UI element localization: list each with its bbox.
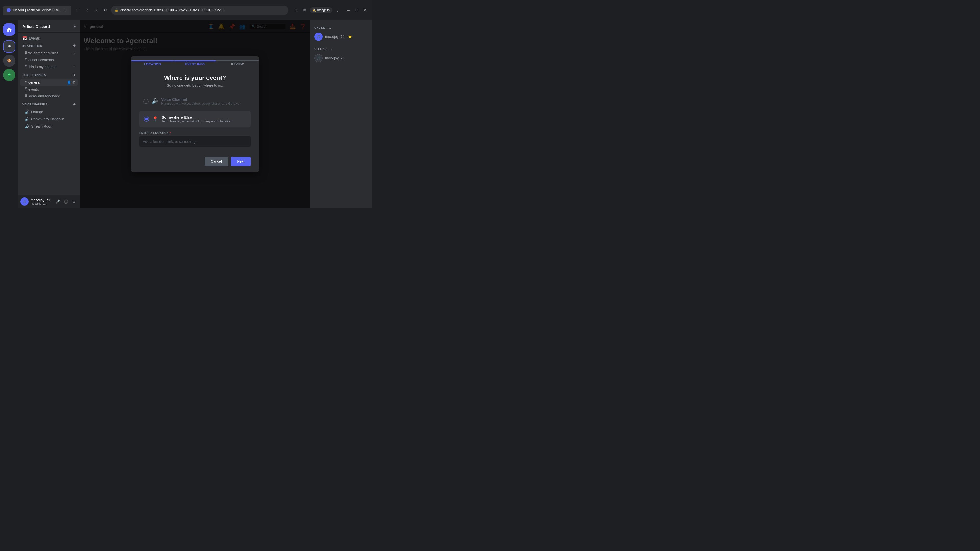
user-panel-actions: 🎤 🎧 ⚙: [54, 198, 78, 205]
cancel-button[interactable]: Cancel: [205, 157, 228, 166]
somewhere-else-label: Somewhere Else: [162, 115, 246, 119]
next-button[interactable]: Next: [231, 157, 251, 166]
channel-stream-room[interactable]: 🔊 Stream Room: [21, 123, 78, 130]
channel-name: this-is-my-channel: [28, 65, 57, 69]
microphone-button[interactable]: 🎤: [54, 198, 61, 205]
hash-icon: #: [24, 65, 27, 69]
member-item-moodjoy-offline[interactable]: 🎵 moodjoy_71: [312, 53, 369, 63]
channel-name: welcome-and-rules: [28, 51, 59, 55]
user-avatar: 🎵: [21, 197, 29, 206]
member-avatar-offline: 🎵: [314, 54, 323, 62]
server-icon-2[interactable]: 🎨: [3, 55, 15, 67]
speaker-option-icon: 🔊: [151, 98, 158, 104]
category-voice-channels-header[interactable]: VOICE CHANNELS +: [18, 100, 80, 108]
minimize-button[interactable]: —: [345, 6, 352, 14]
channel-arrow-icon: →: [73, 51, 76, 55]
offline-members-label: OFFLINE — 1: [312, 46, 369, 52]
events-label: Events: [29, 36, 40, 40]
server-icon-add[interactable]: +: [3, 69, 15, 81]
location-input[interactable]: [139, 137, 251, 147]
somewhere-else-text: Somewhere Else Text channel, external li…: [162, 115, 246, 123]
create-event-modal: Location Event Info Review Where is your…: [131, 56, 259, 172]
tab-title: Discord | #general | Artists Disc...: [13, 8, 62, 12]
modal-subtitle: So no one gets lost on where to go.: [139, 83, 251, 87]
browser-tab[interactable]: Discord | #general | Artists Disc... ×: [3, 6, 71, 15]
location-field-label: ENTER A LOCATION *: [139, 131, 251, 135]
avatar-initials: 🎵: [23, 200, 26, 203]
server-icon-artists-discord[interactable]: AD: [3, 40, 15, 52]
back-button[interactable]: ‹: [83, 6, 91, 14]
modal-footer: Cancel Next: [131, 153, 259, 172]
voice-channel-radio[interactable]: [143, 99, 148, 104]
members-icon[interactable]: 👤: [67, 80, 71, 84]
step-location[interactable]: Location: [131, 56, 174, 68]
somewhere-else-radio[interactable]: [144, 117, 149, 122]
category-text-channels: TEXT CHANNELS + # general 👤 ⚙ # events: [18, 71, 80, 100]
forward-button[interactable]: ›: [93, 6, 100, 14]
channel-general[interactable]: # general 👤 ⚙: [21, 79, 78, 86]
user-info: moodjoy_71 moodjoy_c...: [30, 198, 52, 205]
user-panel: 🎵 moodjoy_71 moodjoy_c... 🎤 🎧 ⚙: [18, 195, 80, 208]
headset-button[interactable]: 🎧: [62, 198, 69, 205]
refresh-button[interactable]: ↻: [102, 6, 109, 14]
url-bar[interactable]: 🔒 discord.com/channels/11823620100679352…: [111, 6, 288, 15]
category-text-add-icon[interactable]: +: [73, 73, 76, 77]
channel-name: Community Hangout: [31, 117, 64, 121]
voice-channel-label: Voice Channel: [161, 97, 247, 102]
step-event-info[interactable]: Event Info: [174, 56, 216, 68]
voice-channel-text: Voice Channel Hang out with voice, video…: [161, 97, 247, 105]
voice-channel-desc: Hang out with voice, video, screenshare,…: [161, 102, 247, 105]
category-add-icon[interactable]: +: [73, 43, 76, 48]
events-nav-item[interactable]: 📅 Events: [21, 35, 78, 42]
avatar-icon-offline: 🎵: [317, 56, 321, 60]
channel-name: announcements: [28, 58, 54, 62]
incognito-badge: 🕵 Incognito: [310, 7, 332, 13]
server-icon-home[interactable]: [3, 24, 15, 36]
category-voice-add-icon[interactable]: +: [73, 102, 76, 106]
channel-ideas-and-feedback[interactable]: # ideas-and-feedback: [21, 93, 78, 100]
member-name-offline: moodjoy_71: [325, 56, 345, 60]
channel-list: 📅 Events INFORMATION + # welcome-and-rul…: [18, 33, 80, 195]
extensions-button[interactable]: ⧉: [301, 6, 308, 14]
incognito-label: Incognito: [317, 8, 330, 12]
channel-this-is-my-channel[interactable]: # this-is-my-channel →: [21, 64, 78, 70]
settings-button[interactable]: ⚙: [70, 198, 78, 205]
maximize-button[interactable]: ❐: [353, 6, 360, 14]
tab-favicon: [6, 8, 11, 12]
new-tab-button[interactable]: +: [73, 6, 80, 14]
channel-welcome-and-rules[interactable]: # welcome-and-rules →: [21, 50, 78, 56]
required-indicator: *: [170, 131, 171, 135]
member-item-moodjoy-online[interactable]: 🎵 moodjoy_71 ⭐: [312, 32, 369, 42]
close-window-button[interactable]: ×: [361, 6, 369, 14]
channel-actions: 👤 ⚙: [67, 80, 76, 84]
category-information-label: INFORMATION: [22, 44, 42, 47]
tab-close-button[interactable]: ×: [64, 8, 68, 12]
category-information-header[interactable]: INFORMATION +: [18, 42, 80, 49]
channel-announcements[interactable]: # announcements: [21, 57, 78, 63]
category-text-channels-header[interactable]: TEXT CHANNELS +: [18, 71, 80, 79]
channel-name: ideas-and-feedback: [28, 94, 60, 98]
channel-sidebar: Artists Discord ▾ 📅 Events INFORMATION +…: [18, 21, 80, 208]
more-button[interactable]: ⋮: [334, 6, 341, 14]
location-option-icon: 📍: [152, 116, 159, 122]
step-review[interactable]: Review: [216, 56, 259, 68]
category-voice-channels-label: VOICE CHANNELS: [22, 103, 48, 106]
browser-navigation: ‹ › ↻: [83, 6, 109, 14]
hash-icon: #: [24, 94, 27, 98]
channel-lounge[interactable]: 🔊 Lounge: [21, 108, 78, 115]
channel-name: Stream Room: [31, 124, 53, 128]
lock-icon: 🔒: [115, 8, 118, 12]
somewhere-else-option[interactable]: 📍 Somewhere Else Text channel, external …: [139, 111, 251, 127]
channel-events[interactable]: # events: [21, 86, 78, 93]
category-voice-channels: VOICE CHANNELS + 🔊 Lounge 🔊 Community Ha…: [18, 100, 80, 130]
voice-channel-option[interactable]: 🔊 Voice Channel Hang out with voice, vid…: [139, 94, 251, 109]
somewhere-else-desc: Text channel, external link, or in-perso…: [162, 119, 246, 123]
calendar-icon: 📅: [22, 36, 27, 40]
bookmark-button[interactable]: ☆: [293, 6, 300, 14]
location-input-section: ENTER A LOCATION *: [139, 131, 251, 147]
user-tag-display: moodjoy_c...: [30, 202, 52, 205]
server-name-header[interactable]: Artists Discord ▾: [18, 21, 80, 33]
username-display: moodjoy_71: [30, 198, 52, 202]
gear-icon[interactable]: ⚙: [72, 80, 76, 84]
channel-community-hangout[interactable]: 🔊 Community Hangout: [21, 116, 78, 122]
